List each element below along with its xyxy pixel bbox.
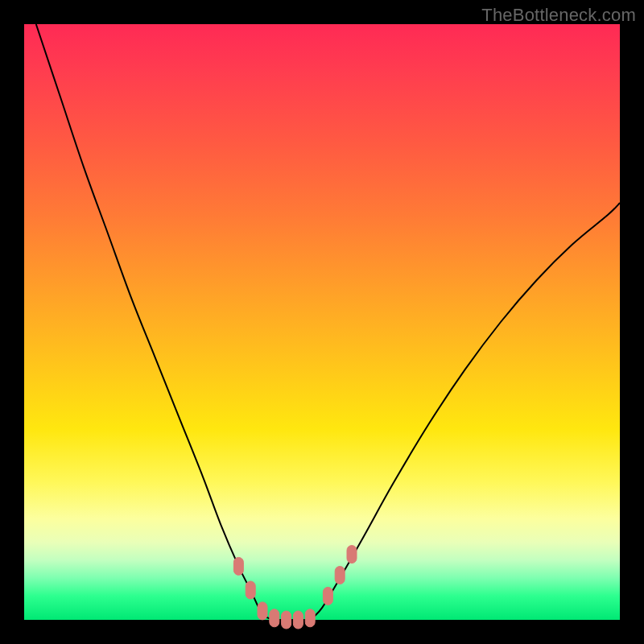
marker-pill bbox=[293, 611, 303, 629]
outer-frame: TheBottleneck.com bbox=[0, 0, 644, 644]
watermark-text: TheBottleneck.com bbox=[481, 5, 636, 26]
chart-svg bbox=[24, 24, 620, 620]
marker-pill bbox=[335, 567, 345, 584]
marker-pill bbox=[258, 602, 267, 620]
marker-pill bbox=[305, 609, 315, 627]
curve-left-branch bbox=[36, 24, 275, 620]
marker-pill bbox=[246, 581, 255, 599]
marker-pill bbox=[282, 611, 291, 629]
highlight-markers bbox=[233, 546, 357, 629]
marker-pill bbox=[233, 557, 243, 575]
marker-pill bbox=[347, 546, 357, 564]
marker-pill bbox=[323, 587, 332, 605]
marker-pill bbox=[270, 609, 279, 627]
